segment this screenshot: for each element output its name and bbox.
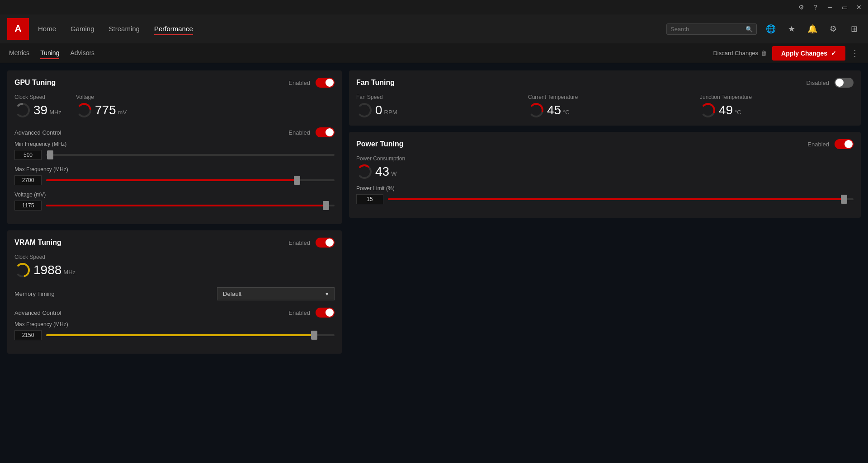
nav-items: Home Gaming Streaming Performance [38, 23, 666, 35]
settings-icon[interactable]: ⚙ [796, 2, 807, 13]
junction-temp-value-row: 49 °C [719, 103, 741, 117]
gpu-advanced-control-row: Advanced Control Enabled [14, 124, 335, 141]
search-box[interactable]: 🔍 [666, 23, 757, 35]
vram-max-freq-slider-row: 2150 [14, 330, 335, 340]
vram-clock-unit: MHz [63, 269, 75, 276]
power-limit-track[interactable] [388, 198, 854, 200]
vram-clock-gauge-wrapper: 1988 MHz [14, 262, 75, 278]
sub-nav: Metrics Tuning Advisors Discard Changes … [0, 43, 868, 63]
memory-timing-value: Default [223, 290, 241, 297]
min-freq-value[interactable]: 500 [14, 150, 42, 160]
power-consumption-gauge-wrapper: 43 W [356, 164, 405, 180]
vram-max-freq-value[interactable]: 2150 [14, 330, 42, 340]
vram-clock-value: 1988 [33, 263, 61, 277]
nav-performance[interactable]: Performance [154, 23, 193, 35]
current-temp-gauge [528, 102, 544, 118]
trash-icon: 🗑 [761, 50, 767, 56]
voltage-slider-thumb[interactable] [323, 201, 329, 210]
discard-changes-button[interactable]: Discard Changes 🗑 [713, 50, 767, 56]
clock-speed-gauge-wrapper: 39 MHz [14, 102, 61, 118]
voltage-unit: mV [118, 109, 127, 116]
toggle-thumb-4 [326, 309, 334, 317]
gpu-advanced-enabled-label: Enabled [288, 129, 310, 136]
nav-gaming[interactable]: Gaming [71, 23, 94, 35]
help-icon[interactable]: ? [810, 2, 821, 13]
max-freq-label: Max Frequency (MHz) [14, 166, 335, 173]
min-freq-section: Min Frequency (MHz) 500 [14, 141, 335, 160]
maximize-button[interactable]: ▭ [839, 2, 850, 13]
junction-temp-metric: Junction Temperature 49 °C [700, 94, 854, 118]
vram-tuning-enabled-label: Enabled [288, 239, 310, 246]
fan-tuning-card: Fan Tuning Disabled Fan Speed [349, 70, 861, 126]
toggle-thumb-3 [326, 239, 334, 247]
power-limit-thumb[interactable] [841, 195, 847, 204]
tab-tuning[interactable]: Tuning [40, 47, 59, 59]
fan-tuning-toggle[interactable] [835, 78, 854, 88]
globe-icon[interactable]: 🌐 [764, 22, 778, 36]
power-tuning-enabled-label: Enabled [807, 141, 829, 148]
nav-home[interactable]: Home [38, 23, 56, 35]
min-freq-thumb[interactable] [47, 150, 53, 159]
vram-tuning-toggle[interactable] [316, 238, 335, 248]
voltage-gauge [76, 102, 92, 118]
vram-advanced-right: Enabled [288, 308, 335, 318]
toggle-thumb [326, 79, 334, 87]
clock-speed-value-row: 39 MHz [33, 103, 61, 117]
vram-max-freq-label: Max Frequency (MHz) [14, 321, 335, 327]
current-temp-value-row: 45 °C [547, 103, 570, 117]
vram-max-freq-track[interactable] [46, 334, 335, 336]
toggle-thumb-6 [844, 140, 853, 148]
grid-icon[interactable]: ⊞ [847, 22, 861, 36]
memory-timing-dropdown[interactable]: Default ▾ [217, 287, 335, 300]
apply-changes-button[interactable]: Apply Changes ✓ [772, 46, 845, 61]
fan-speed-metric: Fan Speed 0 RPM [356, 94, 510, 118]
junction-temp-gauge-wrapper: 49 °C [700, 102, 854, 118]
power-tuning-toggle[interactable] [835, 139, 854, 149]
search-input[interactable] [670, 26, 743, 33]
voltage-slider-row: 1175 [14, 201, 335, 210]
fan-speed-value: 0 [375, 103, 382, 117]
clock-speed-metric: Clock Speed 39 MHz [14, 94, 61, 118]
max-freq-track[interactable] [46, 179, 335, 181]
tab-metrics[interactable]: Metrics [9, 47, 29, 59]
vram-clock-value-row: 1988 MHz [33, 263, 75, 277]
current-temp-unit: °C [563, 109, 570, 116]
vram-max-freq-thumb[interactable] [311, 331, 317, 340]
vram-clock-gauge [14, 262, 31, 278]
more-options-button[interactable]: ⋮ [851, 48, 859, 58]
nav-streaming[interactable]: Streaming [109, 23, 140, 35]
tab-advisors[interactable]: Advisors [70, 47, 94, 59]
power-metrics-row: Power Consumption 43 W [356, 155, 854, 180]
power-consumption-gauge [356, 164, 373, 180]
search-icon: 🔍 [745, 26, 753, 33]
vram-advanced-control-row: Advanced Control Enabled [14, 304, 335, 321]
power-limit-value[interactable]: 15 [356, 194, 383, 204]
gpu-advanced-right: Enabled [288, 127, 335, 137]
bell-icon[interactable]: 🔔 [806, 22, 819, 36]
voltage-slider-label: Voltage (mV) [14, 192, 335, 198]
vram-advanced-toggle[interactable] [316, 308, 335, 318]
min-freq-track[interactable] [46, 154, 335, 156]
toggle-thumb-5 [835, 79, 844, 87]
vram-max-freq-section: Max Frequency (MHz) 2150 [14, 321, 335, 340]
gpu-tuning-toggle[interactable] [316, 78, 335, 88]
left-panel: GPU Tuning Enabled Clock Speed [7, 70, 342, 456]
settings-nav-icon[interactable]: ⚙ [826, 22, 840, 36]
close-button[interactable]: ✕ [854, 2, 864, 13]
max-freq-slider-row: 2700 [14, 175, 335, 185]
junction-temp-label: Junction Temperature [700, 94, 854, 100]
voltage-slider-track[interactable] [46, 205, 335, 206]
right-panel: Fan Tuning Disabled Fan Speed [349, 70, 861, 456]
min-freq-label: Min Frequency (MHz) [14, 141, 335, 147]
clock-speed-value: 39 [33, 103, 47, 117]
fan-speed-unit: RPM [384, 109, 397, 116]
star-icon[interactable]: ★ [785, 22, 798, 36]
voltage-slider-value[interactable]: 1175 [14, 201, 42, 210]
gpu-advanced-toggle[interactable] [316, 127, 335, 137]
max-freq-thumb[interactable] [294, 176, 300, 185]
vram-tuning-header-right: Enabled [288, 238, 335, 248]
fan-speed-value-row: 0 RPM [375, 103, 397, 117]
minimize-button[interactable]: ─ [825, 2, 835, 13]
vram-advanced-enabled-label: Enabled [288, 309, 310, 316]
max-freq-value[interactable]: 2700 [14, 175, 42, 185]
